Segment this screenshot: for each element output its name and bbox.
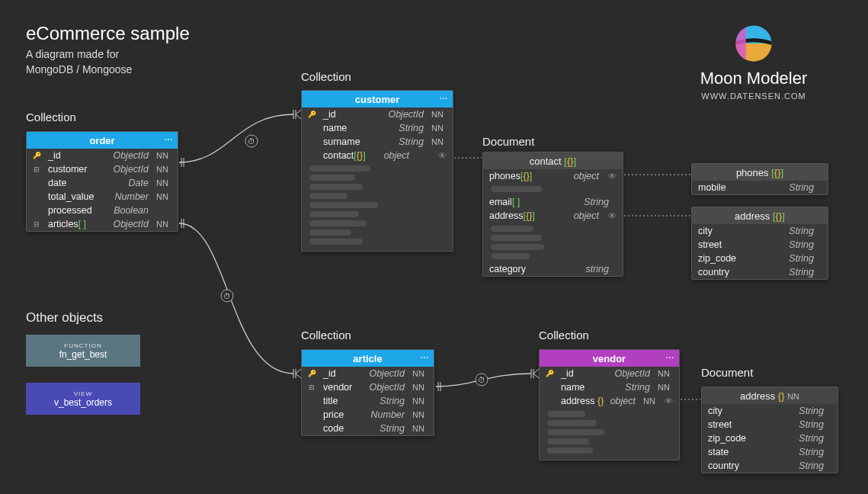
view-chip[interactable]: VIEW v_best_orders [26,383,140,415]
label-other-objects: Other objects [26,310,103,326]
doc-field-row[interactable]: zip_codeString [692,252,828,265]
field-type: String [799,447,827,457]
field-type: string [585,264,612,274]
key-icon: 🔑 [30,152,43,159]
doc-field-row[interactable]: streetString [702,418,838,431]
field-nn: NN [156,220,171,229]
svg-point-6 [221,290,233,302]
brand-logo-icon [733,23,774,64]
eye-icon[interactable]: 👁 [607,211,617,220]
field-type: String [799,460,827,471]
entity-customer-header[interactable]: customer ... [302,91,453,107]
field-name: vendor [323,382,364,393]
doc-field-row[interactable]: streetString [692,238,828,252]
field-nn: NN [412,396,428,406]
entity-order[interactable]: order ... 🔑_idObjectIdNN⊟customerObjectI… [26,131,178,232]
svg-text:⏱: ⏱ [478,376,485,384]
doc-field-row[interactable]: cityString [702,404,838,418]
doc-contact[interactable]: contact [{}] phones[{}]object👁email[ ]St… [482,152,623,277]
field-row[interactable]: titleStringNN [302,394,434,408]
field-row[interactable]: codeStringNN [302,422,434,435]
array-icon: ⊟ [30,220,43,228]
function-chip[interactable]: FUNCTION fn_get_best [26,335,140,367]
field-name: total_value [48,191,111,202]
doc-field-row[interactable]: categorystring [483,262,623,276]
field-name: street [708,419,794,430]
field-type: object [610,396,639,406]
field-row[interactable]: ⊟articles[ ]ObjectIdNN [27,217,178,231]
doc-field-row[interactable]: mobileString [692,181,828,194]
field-name: address[{}] [489,210,569,221]
field-type: String [789,253,817,264]
doc-field-row[interactable]: zip_codeString [702,431,838,445]
field-name: _id [323,109,383,120]
field-type: String [380,396,408,406]
entity-article[interactable]: article ... 🔑_idObjectIdNN⊟vendorObjectI… [301,349,434,436]
field-name: category [489,264,581,274]
eye-icon[interactable]: 👁 [607,172,617,181]
field-nn: NN [156,165,171,174]
ghost-row [491,253,530,259]
doc-field-row[interactable]: countryString [692,265,828,279]
field-row[interactable]: contact[{}]object👁 [302,149,453,162]
field-type: String [799,433,827,444]
entity-customer[interactable]: customer ... 🔑_idObjectIdNNnameStringNNs… [301,90,453,252]
doc-address2[interactable]: address {} NN cityStringstreetStringzip_… [701,387,838,473]
field-row[interactable]: ⊟vendorObjectIdNN [302,380,434,394]
field-row[interactable]: 🔑_idObjectIdNN [27,149,178,162]
field-name: name [561,382,620,393]
doc-contact-header[interactable]: contact [{}] [483,152,623,169]
field-name: surname [323,136,394,147]
more-icon[interactable]: ... [421,351,429,360]
entity-order-header[interactable]: order ... [27,132,178,149]
field-row[interactable]: priceNumberNN [302,408,434,422]
eye-icon[interactable]: 👁 [663,396,673,406]
doc-field-row[interactable]: countryString [702,459,838,473]
field-row[interactable]: address {}objectNN👁 [540,394,679,408]
svg-text:⏱: ⏱ [223,292,231,300]
field-row[interactable]: nameStringNN [540,380,679,394]
doc-address2-title: address {} NN [740,390,799,402]
more-icon[interactable]: ... [440,92,448,101]
doc-field-row[interactable]: phones[{}]object👁 [483,169,623,183]
field-row[interactable]: 🔑_idObjectIdNN [302,107,453,121]
subtitle-line1: A diagram made for [26,48,119,60]
entity-vendor[interactable]: vendor ... 🔑_idObjectIdNNnameStringNNadd… [539,349,680,460]
brand-url[interactable]: WWW.DATENSEN.COM [677,91,830,101]
key-icon: 🔑 [305,111,319,118]
field-row[interactable]: dateDateNN [27,176,178,190]
field-type: String [584,197,612,207]
field-type: object [574,210,602,221]
doc-address1-header[interactable]: address [{}] [692,207,828,224]
ghost-row [491,186,542,192]
doc-address2-header[interactable]: address {} NN [702,387,838,404]
field-nn: NN [431,110,447,119]
eye-icon[interactable]: 👁 [437,151,447,160]
doc-address1[interactable]: address [{}] cityStringstreetStringzip_c… [691,207,828,280]
field-row[interactable]: 🔑_idObjectIdNN [540,367,679,380]
field-type: String [399,136,427,147]
field-row[interactable]: nameStringNN [302,121,453,135]
field-name: address {} [561,396,606,406]
doc-field-row[interactable]: cityString [692,224,828,238]
doc-phones[interactable]: phones [{}] mobileString [691,163,828,195]
field-name: date [48,178,124,188]
doc-phones-header[interactable]: phones [{}] [692,164,828,181]
more-icon[interactable]: ... [666,351,674,360]
more-icon[interactable]: ... [165,133,173,142]
doc-field-row[interactable]: email[ ]String [483,195,623,209]
doc-field-row[interactable]: address[{}]object👁 [483,209,623,223]
entity-vendor-header[interactable]: vendor ... [540,350,679,367]
field-type: String [380,423,408,434]
field-row[interactable]: surnameStringNN [302,135,453,149]
field-row[interactable]: 🔑_idObjectIdNN [302,367,434,380]
field-row[interactable]: total_valueNumberNN [27,190,178,204]
field-row[interactable]: ⊟customerObjectIdNN [27,162,178,176]
doc-field-row[interactable]: stateString [702,445,838,459]
entity-article-header[interactable]: article ... [302,350,434,367]
label-collection-order: Collection [26,111,76,124]
field-name: street [698,239,784,250]
field-row[interactable]: processedBoolean [27,204,178,217]
field-nn: NN [658,369,673,378]
function-name: fn_get_best [59,349,107,360]
